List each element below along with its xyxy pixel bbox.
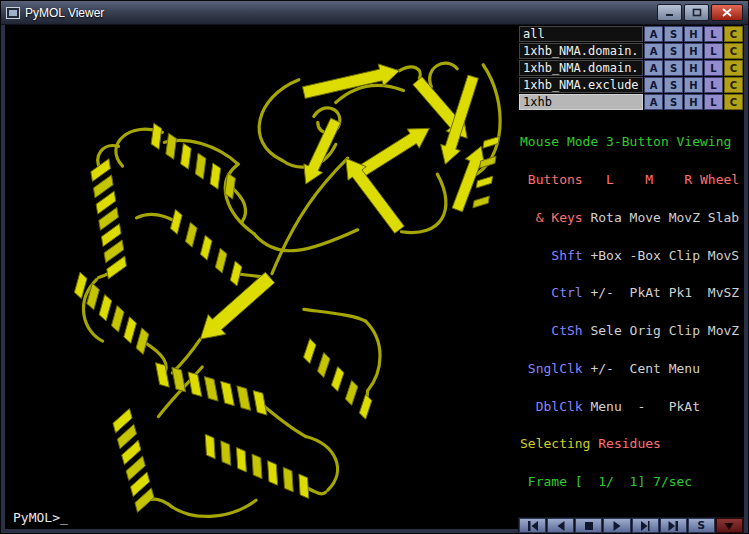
color-button[interactable]: C <box>724 43 743 59</box>
movie-controls: S <box>518 517 744 534</box>
seek-start-button[interactable] <box>519 518 546 533</box>
panel-text: Buttons L M R Wheel <box>520 172 739 187</box>
panel-text: Menu - PkAt <box>583 399 700 414</box>
object-row: all A S H L C <box>519 26 743 42</box>
show-button[interactable]: S <box>664 94 683 110</box>
seek-end-icon <box>667 521 679 531</box>
hide-button[interactable]: H <box>684 43 703 59</box>
mouse-matrix-line: SnglClk +/- Cent Menu <box>520 363 744 376</box>
play-button[interactable] <box>603 518 630 533</box>
panel-text: SnglClk <box>520 361 583 376</box>
close-button[interactable] <box>711 4 743 21</box>
panel-text: Shft <box>520 248 583 263</box>
viewport-3d[interactable]: PyMOL>_ <box>5 25 518 529</box>
play-icon <box>611 521 623 531</box>
hide-button[interactable]: H <box>684 26 703 42</box>
object-name[interactable]: 1xhb <box>519 94 643 110</box>
panel-text: +/- PkAt Pk1 MvSZ <box>583 285 740 300</box>
chevron-down-icon <box>723 521 735 531</box>
object-name[interactable]: 1xhb_NMA.domain. <box>519 60 643 76</box>
label-button[interactable]: L <box>704 94 723 110</box>
command-prompt[interactable]: PyMOL>_ <box>13 510 68 525</box>
action-button[interactable]: A <box>644 26 663 42</box>
app-icon <box>6 7 20 19</box>
show-button[interactable]: S <box>664 43 683 59</box>
label-button[interactable]: L <box>704 43 723 59</box>
show-button[interactable]: S <box>664 60 683 76</box>
stop-button[interactable] <box>575 518 602 533</box>
panel-text: Sele Orig Clip MovZ <box>583 323 740 338</box>
stop-icon <box>583 521 595 531</box>
minimize-icon <box>665 8 675 17</box>
step-back-icon <box>555 521 567 531</box>
panel-text: DblClk <box>520 399 583 414</box>
step-forward-icon <box>639 521 651 531</box>
panel-text: Frame [ 1/ 1] 7/sec <box>520 474 692 489</box>
object-name[interactable]: all <box>519 26 643 42</box>
show-button[interactable]: S <box>664 26 683 42</box>
action-button[interactable]: A <box>644 60 663 76</box>
mouse-matrix-line: & Keys Rota Move MovZ Slab <box>520 212 744 225</box>
object-row: 1xhb_NMA.exclude A S H L C <box>519 77 743 93</box>
scene-button[interactable]: S <box>688 518 715 533</box>
panel-text: +/- Cent Menu <box>583 361 700 376</box>
mouse-matrix-line: Ctrl +/- PkAt Pk1 MvSZ <box>520 287 744 300</box>
frame-counter-line: Frame [ 1/ 1] 7/sec <box>520 476 744 489</box>
control-sidebar: all A S H L C 1xhb_NMA.domain. A S H L C… <box>518 25 744 529</box>
panel-text: CtSh <box>520 323 583 338</box>
step-forward-button[interactable] <box>632 518 659 533</box>
object-row: 1xhb_NMA.domain. A S H L C <box>519 60 743 76</box>
mouse-matrix-line: Shft +Box -Box Clip MovS <box>520 250 744 263</box>
movie-menu-button[interactable] <box>716 518 743 533</box>
window-title: PyMOL Viewer <box>25 6 104 20</box>
object-row: 1xhb_NMA.domain. A S H L C <box>519 43 743 59</box>
label-button[interactable]: L <box>704 77 723 93</box>
action-button[interactable]: A <box>644 43 663 59</box>
action-button[interactable]: A <box>644 77 663 93</box>
hide-button[interactable]: H <box>684 94 703 110</box>
window-controls <box>657 4 743 21</box>
label-button[interactable]: L <box>704 26 723 42</box>
title-bar: PyMOL Viewer <box>1 1 748 25</box>
panel-text: & Keys <box>520 210 583 225</box>
mouse-matrix-line: CtSh Sele Orig Clip MovZ <box>520 325 744 338</box>
color-button[interactable]: C <box>724 26 743 42</box>
panel-text: Residues <box>590 436 660 451</box>
minimize-button[interactable] <box>657 4 682 21</box>
panel-text: Ctrl <box>520 285 583 300</box>
step-back-button[interactable] <box>547 518 574 533</box>
color-button[interactable]: C <box>724 60 743 76</box>
client-area: PyMOL>_ all A S H L C 1xhb_NMA.domain. A… <box>5 25 744 529</box>
maximize-icon <box>692 8 702 17</box>
panel-text: Mouse Mode 3-Button Viewing <box>520 134 731 149</box>
maximize-button[interactable] <box>684 4 709 21</box>
show-button[interactable]: S <box>664 77 683 93</box>
seek-start-icon <box>527 521 539 531</box>
object-name[interactable]: 1xhb_NMA.exclude <box>519 77 643 93</box>
panel-text: +Box -Box Clip MovS <box>583 248 740 263</box>
hide-button[interactable]: H <box>684 60 703 76</box>
object-name[interactable]: 1xhb_NMA.domain. <box>519 43 643 59</box>
hide-button[interactable]: H <box>684 77 703 93</box>
label-button[interactable]: L <box>704 60 723 76</box>
action-button[interactable]: A <box>644 94 663 110</box>
mouse-matrix-line: Buttons L M R Wheel <box>520 174 744 187</box>
color-button[interactable]: C <box>724 94 743 110</box>
selecting-mode-line[interactable]: Selecting Residues <box>520 438 744 451</box>
pymol-window: PyMOL Viewer PyMOL>_ <box>0 0 749 534</box>
protein-cartoon <box>5 25 518 529</box>
object-row-selected: 1xhb A S H L C <box>519 94 743 110</box>
panel-text: Selecting <box>520 436 590 451</box>
color-button[interactable]: C <box>724 77 743 93</box>
mouse-settings-panel: Mouse Mode 3-Button Viewing Buttons L M … <box>518 111 744 517</box>
seek-end-button[interactable] <box>660 518 687 533</box>
mouse-matrix-line: DblClk Menu - PkAt <box>520 401 744 414</box>
mouse-mode-line[interactable]: Mouse Mode 3-Button Viewing <box>520 136 744 149</box>
close-icon <box>722 8 732 17</box>
panel-text: Rota Move MovZ Slab <box>583 210 740 225</box>
